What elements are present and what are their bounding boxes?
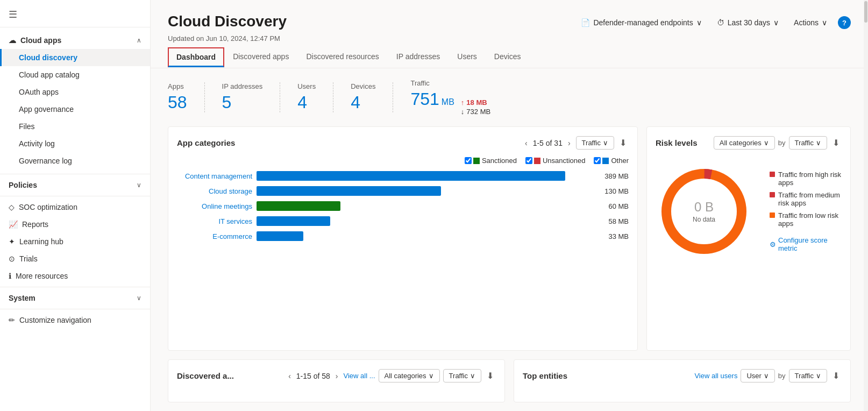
bar-label-2[interactable]: Online meetings bbox=[177, 202, 252, 210]
sanctioned-checkbox[interactable] bbox=[465, 157, 472, 164]
tab-discovered-apps[interactable]: Discovered apps bbox=[224, 47, 297, 68]
disc-nav-next-button[interactable]: › bbox=[333, 371, 340, 381]
actions-dropdown[interactable]: Actions ∨ bbox=[789, 16, 831, 29]
endpoints-dropdown[interactable]: 📄 Defender-managed endpoints ∨ bbox=[577, 16, 706, 29]
app-categories-card: App categories ‹ 1-5 of 31 › Traffic ∨ ⬇ bbox=[168, 126, 638, 351]
bar-track-2 bbox=[257, 201, 592, 211]
page-title: Cloud Discovery bbox=[168, 13, 287, 30]
time-range-dropdown[interactable]: ⏱ Last 30 days ∨ bbox=[713, 16, 783, 29]
high-risk-label: Traffic from high risk apps bbox=[778, 171, 842, 187]
sidebar-item-cloud-app-catalog[interactable]: Cloud app catalog bbox=[0, 66, 150, 83]
scrollbar-thumb[interactable] bbox=[864, 1, 867, 23]
bar-value-1: 130 MB bbox=[596, 187, 629, 195]
view-all-link[interactable]: View all ... bbox=[344, 372, 375, 380]
system-header[interactable]: System ∨ bbox=[0, 289, 150, 307]
bar-segment-1-0 bbox=[257, 186, 441, 196]
sidebar-item-governance-log[interactable]: Governance log bbox=[0, 152, 150, 169]
sidebar-divider-policies bbox=[0, 174, 150, 174]
app-governance-label: App governance bbox=[19, 105, 74, 114]
risk-legend-high: Traffic from high risk apps bbox=[770, 171, 842, 187]
top-entities-controls: View all users User ∨ by Traffic ∨ ⬇ bbox=[694, 369, 842, 383]
medium-risk-label: Traffic from medium risk apps bbox=[778, 191, 842, 207]
bar-track-0 bbox=[257, 171, 592, 181]
customize-icon: ✏ bbox=[9, 316, 15, 324]
nav-next-button[interactable]: › bbox=[566, 138, 573, 148]
help-button[interactable]: ? bbox=[838, 16, 851, 29]
policies-chevron: ∨ bbox=[137, 181, 141, 189]
learning-icon: ✦ bbox=[9, 237, 15, 246]
policies-label-group: Policies bbox=[9, 181, 37, 189]
risk-category-dropdown[interactable]: All categories ∨ bbox=[714, 136, 775, 150]
bar-segment-2-0 bbox=[257, 201, 340, 211]
disc-nav-prev-button[interactable]: ‹ bbox=[286, 371, 293, 381]
sidebar-item-activity-log[interactable]: Activity log bbox=[0, 135, 150, 152]
sidebar-item-files[interactable]: Files bbox=[0, 118, 150, 135]
tab-users[interactable]: Users bbox=[449, 47, 486, 68]
tab-bar: Dashboard Discovered apps Discovered res… bbox=[151, 47, 868, 68]
risk-category-chevron: ∨ bbox=[764, 139, 769, 147]
system-chevron: ∨ bbox=[137, 294, 141, 302]
bar-row-ecommerce: E-commerce 33 MB bbox=[177, 231, 629, 241]
sidebar-item-cloud-discovery[interactable]: Cloud discovery bbox=[0, 49, 150, 66]
view-all-users-link[interactable]: View all users bbox=[694, 372, 737, 380]
configure-score-link[interactable]: ⚙ Configure score metric bbox=[770, 236, 842, 252]
tab-discovered-resources[interactable]: Discovered resources bbox=[297, 47, 387, 68]
tab-ip-addresses[interactable]: IP addresses bbox=[388, 47, 449, 68]
bar-label-3[interactable]: IT services bbox=[177, 217, 252, 225]
top-entities-download-button[interactable]: ⬇ bbox=[830, 369, 842, 383]
bar-label-0[interactable]: Content management bbox=[177, 172, 252, 180]
cloud-apps-label-group: ☁ Cloud apps bbox=[9, 36, 61, 45]
sidebar-item-soc-optimization[interactable]: ◇ SOC optimization bbox=[0, 199, 150, 216]
policies-header[interactable]: Policies ∨ bbox=[0, 176, 150, 194]
sidebar-item-learning-hub[interactable]: ✦ Learning hub bbox=[0, 233, 150, 250]
files-label: Files bbox=[19, 122, 35, 131]
legend-unsanctioned: Unsanctioned bbox=[525, 157, 586, 165]
disc-category-dropdown[interactable]: All categories ∨ bbox=[379, 369, 440, 382]
sidebar-item-app-governance[interactable]: App governance bbox=[0, 101, 150, 118]
bar-value-2: 60 MB bbox=[596, 202, 629, 210]
bar-row-online-meetings: Online meetings 60 MB bbox=[177, 201, 629, 211]
sidebar-item-more-resources[interactable]: ℹ More resources bbox=[0, 267, 150, 285]
disc-download-button[interactable]: ⬇ bbox=[485, 369, 496, 383]
unsanctioned-checkbox[interactable] bbox=[525, 157, 532, 164]
sidebar-item-customize-navigation[interactable]: ✏ Customize navigation bbox=[0, 311, 150, 329]
sidebar-item-reports[interactable]: 📈 Reports bbox=[0, 216, 150, 233]
disc-category-chevron: ∨ bbox=[429, 372, 434, 380]
scrollbar[interactable] bbox=[864, 0, 868, 411]
sidebar-header: ☰ bbox=[0, 0, 150, 25]
app-categories-download-button[interactable]: ⬇ bbox=[617, 136, 629, 150]
bar-track-4 bbox=[257, 231, 592, 241]
bar-value-3: 58 MB bbox=[596, 217, 629, 225]
unsanctioned-dot bbox=[534, 158, 540, 164]
sidebar-item-trials[interactable]: ⊙ Trials bbox=[0, 250, 150, 267]
hamburger-icon[interactable]: ☰ bbox=[9, 9, 17, 20]
chart-legend: Sanctioned Unsanctioned Other bbox=[177, 157, 629, 165]
bar-track-3 bbox=[257, 216, 592, 226]
devices-label: Devices bbox=[351, 82, 375, 90]
disc-traffic-dropdown[interactable]: Traffic ∨ bbox=[443, 369, 481, 382]
tab-dashboard[interactable]: Dashboard bbox=[168, 47, 224, 67]
top-entities-header: Top entities View all users User ∨ by Tr… bbox=[523, 369, 842, 383]
traffic-download: ↓ 732 MB bbox=[461, 108, 490, 116]
traffic-filter-dropdown[interactable]: Traffic ∨ bbox=[576, 136, 614, 150]
bar-label-1[interactable]: Cloud storage bbox=[177, 187, 252, 195]
stats-row: Apps 58 IP addresses 5 Users 4 Devices 4… bbox=[151, 68, 868, 126]
traffic-unit: MB bbox=[442, 97, 454, 107]
risk-levels-header: Risk levels All categories ∨ by Traffic … bbox=[656, 136, 842, 150]
bar-value-4: 33 MB bbox=[596, 232, 629, 240]
cloud-apps-header[interactable]: ☁ Cloud apps ∧ bbox=[0, 32, 150, 49]
other-checkbox[interactable] bbox=[594, 157, 601, 164]
top-entities-traffic-dropdown[interactable]: Traffic ∨ bbox=[789, 369, 827, 382]
risk-by-dropdown[interactable]: Traffic ∨ bbox=[789, 136, 827, 150]
nav-prev-button[interactable]: ‹ bbox=[523, 138, 530, 148]
tab-devices[interactable]: Devices bbox=[486, 47, 530, 68]
bar-chart: Content management 389 MB Cloud storage … bbox=[177, 171, 629, 241]
reports-icon: 📈 bbox=[9, 220, 18, 229]
sidebar-item-oauth-apps[interactable]: OAuth apps bbox=[0, 83, 150, 101]
bar-label-4[interactable]: E-commerce bbox=[177, 232, 252, 240]
disc-apps-nav: 1-15 of 58 bbox=[296, 372, 330, 380]
risk-by-chevron: ∨ bbox=[816, 139, 821, 147]
risk-download-button[interactable]: ⬇ bbox=[830, 136, 842, 150]
cards-row: App categories ‹ 1-5 of 31 › Traffic ∨ ⬇ bbox=[151, 126, 868, 359]
top-entities-user-dropdown[interactable]: User ∨ bbox=[741, 369, 774, 382]
